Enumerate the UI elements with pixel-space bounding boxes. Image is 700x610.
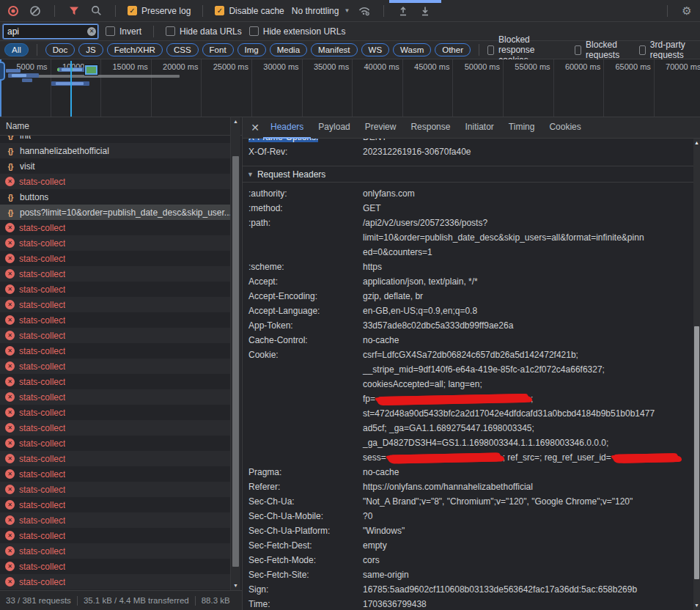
request-row[interactable]: ✕stats-collect bbox=[0, 436, 230, 451]
tab-payload[interactable]: Payload bbox=[311, 117, 357, 139]
request-row[interactable]: {}init bbox=[0, 136, 230, 143]
request-row[interactable]: ✕stats-collect bbox=[0, 574, 230, 589]
type-filter-css[interactable]: CSS bbox=[166, 43, 199, 56]
invert-checkbox[interactable]: Invert bbox=[106, 26, 141, 37]
timeline-gridline bbox=[352, 59, 353, 117]
request-row[interactable]: ✕stats-collect bbox=[0, 359, 230, 374]
import-har-icon[interactable] bbox=[396, 4, 410, 18]
request-row[interactable]: ✕stats-collect bbox=[0, 282, 230, 297]
request-row[interactable]: ✕stats-collect bbox=[0, 312, 230, 328]
header-row: Sec-Ch-Ua:"Not_A Brand";v="8", "Chromium… bbox=[243, 494, 693, 509]
type-filter-manifest[interactable]: Manifest bbox=[311, 43, 357, 56]
type-filter-wasm[interactable]: Wasm bbox=[393, 43, 431, 56]
request-row[interactable]: ✕stats-collect bbox=[0, 297, 230, 312]
throttling-dropdown[interactable]: No throttling ▼ bbox=[292, 6, 350, 16]
close-icon[interactable]: ✕ bbox=[247, 117, 263, 139]
checkbox-checked-icon[interactable]: ✓ bbox=[128, 6, 137, 15]
request-row[interactable]: ✕stats-collect bbox=[0, 466, 230, 482]
checkbox-icon[interactable] bbox=[639, 45, 646, 55]
request-row[interactable]: {}posts?limit=10&order=publish_date_desc… bbox=[0, 205, 230, 220]
checkbox-icon[interactable] bbox=[487, 45, 494, 55]
name-column-header[interactable]: Name bbox=[0, 117, 242, 136]
scrollbar-thumb[interactable] bbox=[694, 326, 699, 579]
request-row[interactable]: ✕stats-collect bbox=[0, 543, 230, 559]
filter-icon[interactable] bbox=[67, 4, 81, 18]
request-row[interactable]: ✕stats-collect bbox=[0, 220, 230, 235]
request-row[interactable]: ✕stats-collect bbox=[0, 235, 230, 251]
request-row[interactable]: {}visit bbox=[0, 158, 230, 174]
type-filter-js[interactable]: JS bbox=[78, 43, 103, 56]
tab-headers[interactable]: Headers bbox=[263, 117, 311, 139]
tab-cookies[interactable]: Cookies bbox=[542, 117, 588, 139]
clear-filter-icon[interactable]: ✕ bbox=[87, 27, 96, 36]
request-row[interactable]: {}buttons bbox=[0, 189, 230, 205]
request-row[interactable]: ✕stats-collect bbox=[0, 266, 230, 282]
tab-response[interactable]: Response bbox=[403, 117, 457, 139]
triangle-down-icon[interactable]: ▼ bbox=[247, 171, 254, 178]
disable-cache-checkbox[interactable]: ✓ Disable cache bbox=[215, 6, 284, 16]
checkbox-icon[interactable] bbox=[106, 26, 115, 36]
request-row[interactable]: ✕stats-collect bbox=[0, 528, 230, 543]
network-overview[interactable]: 5000 ms10000 ms15000 ms20000 ms25000 ms3… bbox=[0, 59, 700, 117]
clear-button[interactable] bbox=[28, 4, 43, 18]
network-conditions-icon[interactable] bbox=[357, 4, 372, 18]
tab-initiator[interactable]: Initiator bbox=[457, 117, 501, 139]
request-row[interactable]: ✕stats-collect bbox=[0, 559, 230, 574]
request-row[interactable]: {}hannahelizabethofficial bbox=[0, 143, 230, 158]
export-har-icon[interactable] bbox=[418, 4, 432, 18]
type-filter-img[interactable]: Img bbox=[237, 43, 266, 56]
header-value-text: limit=10&order=publish_date_desc&skip_us… bbox=[363, 232, 644, 243]
scroll-up-icon[interactable]: ▲ bbox=[231, 117, 240, 126]
record-button[interactable] bbox=[6, 4, 21, 18]
tab-preview[interactable]: Preview bbox=[358, 117, 404, 139]
checkbox-checked-icon[interactable]: ✓ bbox=[215, 6, 224, 15]
scroll-down-icon[interactable]: ▼ bbox=[231, 581, 240, 590]
header-value-line: gzip, deflate, br bbox=[363, 289, 693, 304]
header-value: gzip, deflate, br bbox=[363, 289, 693, 304]
type-filter-doc[interactable]: Doc bbox=[45, 43, 75, 56]
type-filter-media[interactable]: Media bbox=[270, 43, 307, 56]
checkbox-icon[interactable] bbox=[249, 26, 259, 36]
request-row[interactable]: ✕stats-collect bbox=[0, 174, 230, 189]
type-filter-font[interactable]: Font bbox=[202, 43, 234, 56]
hide-data-urls-checkbox[interactable]: Hide data URLs bbox=[166, 26, 242, 37]
search-icon[interactable] bbox=[89, 4, 103, 18]
request-row[interactable]: ✕stats-collect bbox=[0, 405, 230, 420]
hide-extension-urls-checkbox[interactable]: Hide extension URLs bbox=[249, 26, 346, 37]
filter-input[interactable] bbox=[3, 24, 98, 39]
request-row[interactable]: ✕stats-collect bbox=[0, 512, 230, 528]
checkbox-icon[interactable] bbox=[575, 45, 581, 55]
disable-cache-label: Disable cache bbox=[229, 6, 284, 16]
request-row[interactable]: ✕stats-collect bbox=[0, 420, 230, 436]
request-row[interactable]: ✕stats-collect bbox=[0, 451, 230, 466]
scrollbar-thumb[interactable] bbox=[232, 156, 239, 567]
request-row[interactable]: ✕stats-collect bbox=[0, 374, 230, 389]
header-value: no-cache bbox=[363, 465, 693, 479]
overview-left-handle[interactable] bbox=[0, 62, 5, 81]
blocked-requests-checkbox[interactable]: Blocked requests bbox=[575, 40, 629, 60]
header-value: cors bbox=[363, 553, 693, 567]
timeline-gridline bbox=[402, 59, 403, 117]
settings-gear-icon[interactable]: ⚙ bbox=[679, 4, 694, 18]
header-name: Sec-Fetch-Dest: bbox=[248, 538, 363, 553]
detail-scrollbar[interactable]: ▲ ▼ bbox=[693, 139, 700, 610]
type-filter-all[interactable]: All bbox=[4, 43, 29, 56]
request-row[interactable]: ✕stats-collect bbox=[0, 482, 230, 497]
scroll-down-icon[interactable]: ▼ bbox=[693, 601, 700, 610]
request-name: stats-collect bbox=[19, 361, 65, 372]
type-filter-other[interactable]: Other bbox=[435, 43, 471, 56]
scroll-up-icon[interactable]: ▲ bbox=[693, 139, 700, 147]
preserve-log-checkbox[interactable]: ✓ Preserve log bbox=[128, 6, 191, 16]
request-row[interactable]: ✕stats-collect bbox=[0, 251, 230, 266]
request-row[interactable]: ✕stats-collect bbox=[0, 389, 230, 405]
type-filter-fetch-xhr[interactable]: Fetch/XHR bbox=[107, 43, 163, 56]
request-row[interactable]: ✕stats-collect bbox=[0, 497, 230, 512]
checkbox-icon[interactable] bbox=[166, 26, 175, 36]
request-list-scrollbar[interactable]: ▲ ▼ bbox=[230, 117, 240, 590]
type-filter-ws[interactable]: WS bbox=[361, 43, 390, 56]
request-headers-section-header[interactable]: ▼ Request Headers bbox=[243, 166, 693, 183]
tab-timing[interactable]: Timing bbox=[501, 117, 542, 139]
3rd-party-requests-checkbox[interactable]: 3rd-party requests bbox=[639, 40, 696, 60]
request-row[interactable]: ✕stats-collect bbox=[0, 328, 230, 343]
request-row[interactable]: ✕stats-collect bbox=[0, 343, 230, 359]
